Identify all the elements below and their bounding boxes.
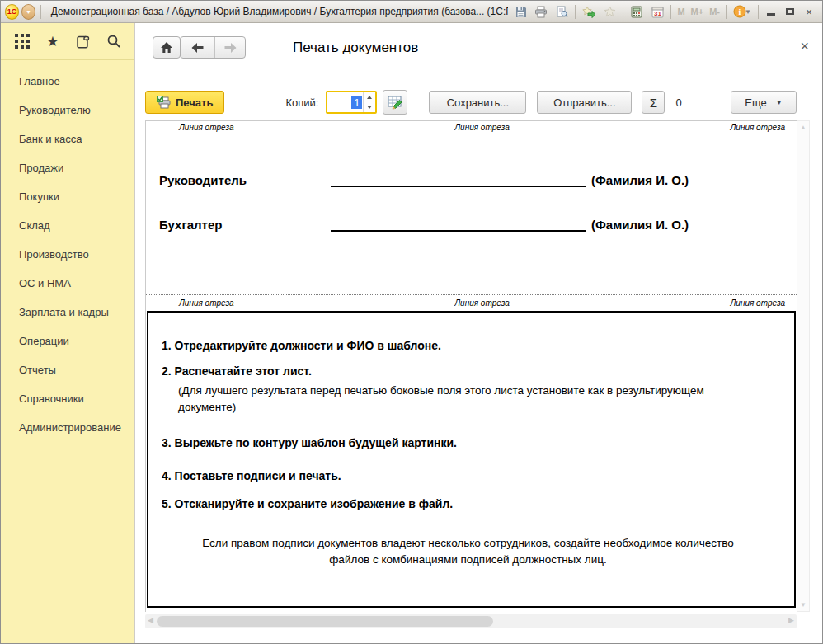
sidebar-item-glavnoe[interactable]: Главное [1,67,134,96]
memory-plus-button: M+ [689,2,707,21]
divider [575,5,576,19]
cut-line-label: Линия отреза [179,298,234,308]
sum-value: 0 [675,96,681,109]
print-icon[interactable] [531,2,551,21]
favorites-icon [600,2,619,21]
signature-row: Руководитель (Фамилия И. О.) [146,166,797,187]
divider [623,5,623,19]
app-window: 1С ▼ Демонстрационная база / Абдулов Юри… [0,0,823,644]
memory-minus-button: M- [707,2,722,21]
printer-check-icon [157,96,171,109]
system-menu-button[interactable]: ▼ [21,4,35,20]
add-favorite-icon[interactable] [579,2,599,21]
app-logo-icon[interactable]: 1С [5,4,19,20]
sidebar-item-prodazhi[interactable]: Продажи [1,153,134,182]
divider [40,5,41,19]
print-form-canvas[interactable]: Линия отреза Линия отреза Линия отреза Р… [145,120,797,612]
form-close-icon[interactable]: × [800,38,809,55]
sidebar-item-operacii[interactable]: Операции [1,327,134,355]
calendar-icon[interactable]: 31 [647,2,667,21]
save-icon[interactable] [510,2,530,21]
chevron-down-icon: ▼ [776,99,783,106]
memory-recall-button: M [675,2,687,21]
menu-grid-icon[interactable] [14,33,31,49]
signature-line [331,212,586,232]
back-button[interactable] [181,37,214,58]
scroll-down-icon[interactable]: ▼ [800,601,807,609]
instruction-step: 5. Отсканируйте и сохраните изображение … [162,497,774,510]
main-content: Печать документов × Печать Копий: 1 [135,23,822,643]
instruction-step: 4. Поставьте подписи и печать. [162,469,774,482]
cut-line-label: Линия отреза [731,298,786,308]
search-icon[interactable] [106,34,121,49]
instructions-box: 1. Отредактируйте должности и ФИО в шабл… [147,311,796,608]
print-button-label: Печать [176,96,213,109]
table-edit-icon [388,95,402,110]
scroll-right-icon[interactable]: ▶ [788,616,794,624]
sidebar-item-sklad[interactable]: Склад [1,211,134,240]
svg-text:31: 31 [654,10,661,17]
sidebar-item-zarplata-i-kadry[interactable]: Зарплата и кадры [1,298,134,327]
sidebar-item-os-i-nma[interactable]: ОС и НМА [1,269,134,298]
svg-text:i: i [739,7,741,16]
sidebar-item-administrirovanie[interactable]: Администрирование [1,413,134,442]
info-icon[interactable]: i ▼ [730,2,755,21]
save-document-button[interactable]: Сохранить... [429,91,526,114]
cut-line-row: Линия отреза Линия отреза Линия отреза [146,121,797,134]
more-button-label: Еще [745,96,766,109]
sum-button[interactable]: Σ [642,91,665,114]
horizontal-scrollbar[interactable]: ◀ ▶ [145,614,797,628]
close-button[interactable]: × [800,2,818,21]
sidebar-item-otchety[interactable]: Отчеты [1,355,134,384]
divider [726,5,727,19]
scroll-left-icon[interactable]: ◀ [148,616,153,624]
scrollbar-thumb[interactable] [157,616,493,627]
favorites-star-icon[interactable]: ★ [46,35,59,49]
spin-down-icon[interactable] [364,102,375,112]
signer-role: Бухгалтер [159,218,331,232]
print-preview-icon[interactable] [552,2,571,21]
document-viewport: Линия отреза Линия отреза Линия отреза Р… [145,120,810,628]
window-title: Демонстрационная база / Абдулов Юрий Вла… [46,6,509,17]
history-nav-group [180,36,246,59]
cut-line-label: Линия отреза [179,123,234,132]
instruction-step: 3. Вырежьте по контуру шаблон будущей ка… [162,436,774,449]
sidebar-menu: Главное Руководителю Банк и касса Продаж… [1,60,134,442]
spin-up-icon[interactable] [364,92,375,102]
instruction-step: 1. Отредактируйте должности и ФИО в шабл… [162,339,774,352]
send-button[interactable]: Отправить... [537,91,632,114]
sidebar-item-pokupki[interactable]: Покупки [1,182,134,211]
sidebar-item-proizvodstvo[interactable]: Производство [1,240,134,269]
sidebar-item-bank-i-kassa[interactable]: Банк и касса [1,125,134,153]
titlebar: 1С ▼ Демонстрационная база / Абдулов Юри… [1,1,822,23]
home-button[interactable] [153,36,181,59]
edit-template-button[interactable] [383,90,407,115]
cut-line-label: Линия отреза [731,123,786,132]
sidebar-item-rukovoditelyu[interactable]: Руководителю [1,96,134,125]
divider [670,5,671,19]
forward-button [214,37,245,58]
instruction-note: (Для лучшего результата перед печатью бо… [178,383,755,415]
divider [758,5,759,19]
more-button[interactable]: Еще ▼ [731,91,797,114]
minimize-button[interactable] [762,2,780,21]
calculator-icon[interactable] [627,2,647,21]
signer-hint: (Фамилия И. О.) [591,173,689,187]
print-button[interactable]: Печать [145,91,224,114]
cut-line-row: Линия отреза Линия отреза Линия отреза [146,294,797,309]
history-icon[interactable] [75,34,91,49]
toolbar: Печать Копий: 1 Сохранить... Отправить [135,90,822,115]
maximize-button[interactable] [781,2,799,21]
page-title: Печать документов [293,40,418,56]
vertical-scrollbar[interactable]: ▲ ▼ [797,120,810,612]
copies-label: Копий: [285,96,318,109]
sidebar-item-spravochniki[interactable]: Справочники [1,384,134,413]
info-caret-icon: ▼ [745,8,751,16]
copies-stepper[interactable]: 1 [326,91,377,114]
cut-line-label: Линия отреза [454,123,510,132]
instructions-footer-note: Если правом подписи документов владеют н… [184,535,753,569]
signature-row: Бухгалтер (Фамилия И. О.) [146,210,797,232]
signature-line [331,167,586,187]
copies-input[interactable]: 1 [327,92,363,112]
scroll-up-icon[interactable]: ▲ [800,124,807,131]
